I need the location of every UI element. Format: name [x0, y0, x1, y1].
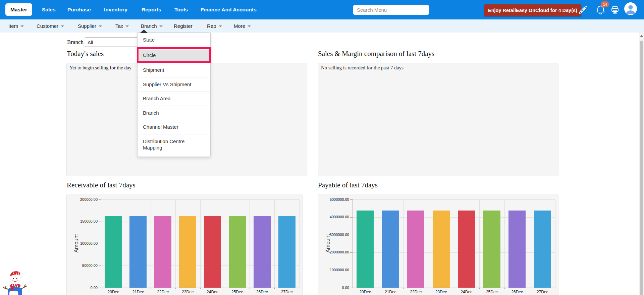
menubar-item-rep[interactable]: Rep [207, 19, 222, 33]
y-axis-tick [99, 266, 101, 266]
x-axis-tick [378, 288, 378, 289]
menubar-item-tax[interactable]: Tax [115, 19, 129, 33]
y-tick-label: 150000.00 [75, 219, 98, 223]
branch-dropdown-item-circle[interactable]: Circle [137, 47, 211, 63]
sales-margin-title: Sales & Margin comparison of last 7days [318, 50, 434, 58]
gridline-vertical [151, 199, 151, 288]
y-tick-label: 0.00 [75, 286, 98, 290]
svg-text:...: ... [12, 293, 15, 295]
bar-23dec [433, 211, 450, 288]
notification-count-badge: 14 [601, 1, 609, 7]
sales-margin-message: No selling is recorded for the past 7 da… [318, 63, 558, 72]
topnav-item-inventory[interactable]: Inventory [104, 0, 127, 19]
bar-23dec [179, 216, 196, 288]
payable-bar-chart: Amount5000000.004000000.003000000.002000… [318, 194, 558, 295]
x-tick-label: 26Dec [504, 290, 530, 294]
bar-25dec [483, 211, 500, 288]
x-axis-tick [225, 288, 225, 289]
trial-banner[interactable]: Enjoy RetailEasy OnCloud for 4 Day(s) [484, 4, 581, 16]
x-tick-label: 23Dec [429, 290, 454, 294]
master-menu-bar: ItemCustomerSupplierTaxBranchRegisterRep… [0, 19, 644, 33]
user-avatar[interactable] [624, 2, 637, 15]
menubar-item-more[interactable]: More [234, 19, 251, 33]
gridline-vertical [250, 199, 250, 288]
branch-filter-label: Branch [67, 39, 84, 46]
topnav-item-purchase[interactable]: Purchase [67, 0, 91, 19]
y-tick-label: 2000000.00 [327, 250, 349, 254]
search-input[interactable] [353, 5, 429, 15]
bar-20dec [105, 216, 122, 288]
y-axis-line [353, 199, 353, 288]
bar-24dec [458, 211, 475, 288]
y-tick-label: 100000.00 [75, 241, 98, 245]
x-tick-label: 22Dec [403, 290, 429, 294]
chevron-down-icon [248, 25, 251, 27]
dashboard-page: { "topnav": { "items": [ {"label": "Mast… [0, 0, 644, 295]
scrollbar-up-arrow-icon[interactable] [640, 35, 643, 37]
menubar-item-supplier[interactable]: Supplier [78, 19, 102, 33]
branch-dropdown-item-shipment[interactable]: Shipment [138, 63, 210, 77]
topnav-item-reports[interactable]: Reports [142, 0, 161, 19]
y-axis-tick [99, 288, 101, 288]
bar-22dec [407, 211, 424, 288]
bar-24dec [204, 216, 221, 288]
chevron-down-icon [61, 25, 64, 27]
topnav-item-tools[interactable]: Tools [174, 0, 188, 19]
topnav-item-finance-and-accounts[interactable]: Finance And Accounts [201, 0, 257, 19]
chevron-down-icon [219, 25, 222, 27]
gridline-vertical [555, 199, 555, 288]
topnav-item-sales[interactable]: Sales [42, 0, 56, 19]
x-tick-label: 21Dec [126, 290, 151, 294]
gridline-vertical [454, 199, 454, 288]
person-icon [624, 2, 637, 15]
gridline-vertical [175, 199, 176, 288]
bar-21dec [129, 216, 147, 288]
gridline-vertical [200, 199, 201, 288]
x-tick-label: 21Dec [378, 290, 404, 294]
gridline-vertical [530, 199, 530, 288]
paintbrush-icon[interactable] [578, 5, 588, 15]
y-axis-tick [350, 217, 353, 218]
chevron-down-icon [125, 25, 129, 27]
x-axis-tick [403, 288, 404, 289]
printer-icon[interactable] [610, 5, 620, 14]
x-tick-label: 25Dec [225, 290, 250, 294]
receivable-bar-chart: Amount200000.00150000.00100000.0050000.0… [66, 194, 303, 295]
x-tick-label: 27Dec [530, 290, 555, 294]
x-tick-label: 22Dec [151, 290, 175, 294]
menubar-item-label: More [234, 23, 245, 29]
snowman-chat-widget[interactable]: ... [1, 269, 31, 295]
x-axis-tick [200, 288, 201, 289]
x-tick-label: 24Dec [454, 290, 479, 294]
chevron-down-icon [159, 25, 163, 27]
x-tick-label: 25Dec [479, 290, 505, 294]
y-axis-tick [99, 222, 101, 222]
x-axis-tick [274, 288, 275, 289]
y-tick-label: 3000000.00 [327, 233, 349, 237]
branch-dropdown-item-channel-master[interactable]: Channel Master [138, 120, 210, 134]
branch-dropdown-item-branch-area[interactable]: Branch Area [138, 92, 210, 106]
payable-chart-title: Payable of last 7days [318, 181, 378, 189]
topnav-item-master[interactable]: Master [5, 3, 32, 16]
menubar-item-label: Register [174, 23, 193, 29]
menubar-item-item[interactable]: Item [8, 19, 24, 33]
gridline-vertical [378, 199, 378, 288]
x-axis-tick [250, 288, 250, 289]
x-axis-tick [504, 288, 505, 289]
y-axis-tick [350, 252, 353, 253]
x-tick-label: 26Dec [250, 290, 274, 294]
x-axis-tick [429, 288, 429, 289]
branch-dropdown-item-state[interactable]: State [138, 33, 210, 47]
menubar-item-customer[interactable]: Customer [37, 19, 64, 33]
bar-20dec [357, 211, 374, 288]
branch-dropdown-item-distribution-centre-mapping[interactable]: Distribution Centre Mapping [138, 134, 210, 155]
receivable-chart-title: Receivable of last 7days [67, 181, 136, 189]
bar-26dec [508, 211, 526, 288]
menubar-item-register[interactable]: Register [174, 19, 193, 33]
gridline-vertical [299, 199, 300, 288]
scrollbar-thumb[interactable] [640, 41, 643, 295]
branch-dropdown-item-branch[interactable]: Branch [138, 106, 210, 120]
x-tick-label: 20Dec [101, 290, 126, 294]
branch-dropdown-item-supplier-vs-shipment[interactable]: Supplier Vs Shipment [138, 77, 210, 92]
gridline-vertical [274, 199, 275, 288]
